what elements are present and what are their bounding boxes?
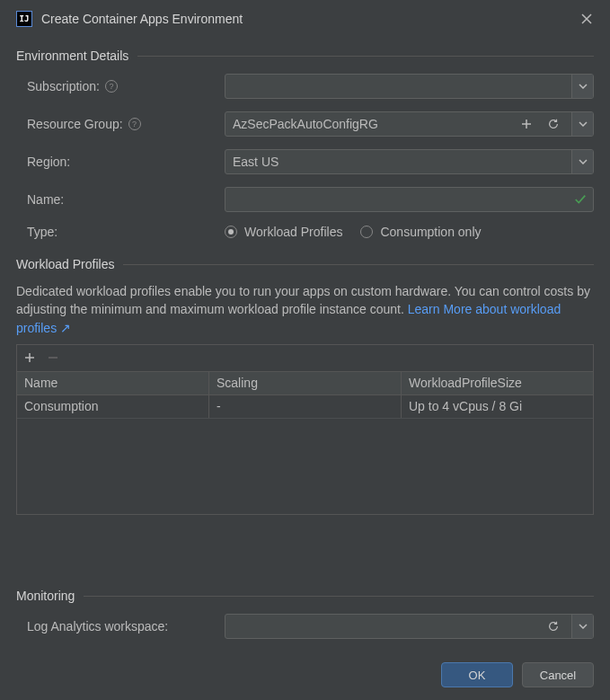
- region-value: East US: [225, 150, 571, 173]
- region-label: Region:: [27, 155, 225, 169]
- col-name[interactable]: Name: [17, 372, 209, 394]
- close-button[interactable]: [579, 12, 594, 26]
- dialog-title: Create Container Apps Environment: [41, 12, 570, 26]
- name-input[interactable]: [225, 187, 594, 212]
- section-label: Workload Profiles: [16, 257, 114, 271]
- cell-size: Up to 4 vCpus / 8 Gi: [402, 395, 593, 418]
- table-header: Name Scaling WorkloadProfileSize: [17, 372, 593, 395]
- remove-profile-button[interactable]: [48, 352, 62, 363]
- dropdown-button[interactable]: [571, 112, 593, 136]
- type-radio-consumption-only[interactable]: Consumption only: [360, 225, 481, 239]
- help-icon[interactable]: ?: [105, 80, 118, 93]
- section-label: Monitoring: [16, 589, 75, 603]
- table-body: Consumption - Up to 4 vCpus / 8 Gi: [17, 395, 593, 514]
- region-combo[interactable]: East US: [225, 149, 594, 174]
- ok-button[interactable]: OK: [441, 662, 513, 687]
- type-radio-workload-profiles[interactable]: Workload Profiles: [225, 225, 342, 239]
- profiles-table: Name Scaling WorkloadProfileSize Consump…: [16, 371, 594, 515]
- subscription-label: Subscription: ?: [27, 79, 225, 93]
- resource-group-value: AzSecPackAutoConfigRG: [233, 117, 378, 131]
- type-label: Type:: [27, 225, 225, 239]
- dropdown-button[interactable]: [571, 75, 593, 98]
- subscription-combo[interactable]: [225, 74, 594, 99]
- col-size[interactable]: WorkloadProfileSize: [402, 372, 593, 394]
- separator: [123, 264, 594, 265]
- section-label: Environment Details: [16, 49, 128, 63]
- subscription-value: [225, 75, 571, 98]
- app-icon: IJ: [16, 11, 32, 27]
- plus-icon[interactable]: [516, 119, 537, 129]
- log-analytics-combo[interactable]: [225, 614, 594, 639]
- add-profile-button[interactable]: [24, 352, 39, 363]
- section-monitoring: Monitoring: [16, 589, 594, 603]
- refresh-icon[interactable]: [543, 118, 564, 130]
- resource-group-combo[interactable]: AzSecPackAutoConfigRG: [225, 111, 594, 137]
- dropdown-button[interactable]: [571, 615, 593, 638]
- log-analytics-label: Log Analytics workspace:: [27, 619, 225, 634]
- cell-scaling: -: [209, 395, 402, 418]
- dialog-footer: OK Cancel: [16, 662, 594, 687]
- cell-name: Consumption: [17, 395, 209, 418]
- titlebar: IJ Create Container Apps Environment: [16, 11, 594, 43]
- create-container-apps-env-dialog: IJ Create Container Apps Environment Env…: [0, 0, 610, 700]
- separator: [137, 56, 594, 57]
- radio-icon: [360, 226, 373, 238]
- section-environment-details: Environment Details: [16, 49, 594, 63]
- workload-profiles-description: Dedicated workload profiles enable you t…: [16, 282, 594, 337]
- table-row[interactable]: Consumption - Up to 4 vCpus / 8 Gi: [17, 395, 593, 419]
- check-icon: [574, 193, 587, 206]
- resource-group-label: Resource Group: ?: [27, 117, 225, 131]
- separator: [84, 596, 594, 597]
- col-scaling[interactable]: Scaling: [209, 372, 402, 394]
- radio-icon: [225, 226, 237, 238]
- cancel-button[interactable]: Cancel: [522, 662, 594, 687]
- dropdown-button[interactable]: [571, 150, 593, 173]
- section-workload-profiles: Workload Profiles: [16, 257, 594, 271]
- help-icon[interactable]: ?: [128, 118, 141, 130]
- profiles-toolbar: [16, 344, 594, 371]
- name-label: Name:: [27, 192, 225, 207]
- refresh-icon[interactable]: [543, 620, 564, 633]
